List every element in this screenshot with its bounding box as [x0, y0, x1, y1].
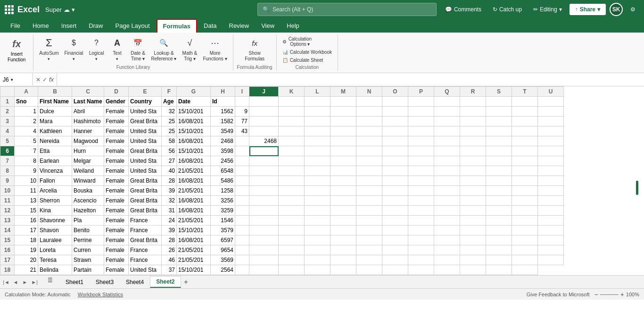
- cell-11-2[interactable]: Sherron: [38, 196, 72, 206]
- cell-reference-box[interactable]: J6 ▾: [0, 73, 33, 86]
- sheet-area[interactable]: A B C D E F G H I J K L M N O P Q: [0, 86, 644, 275]
- cell-3-16[interactable]: [408, 117, 434, 126]
- cell-17-12[interactable]: [305, 255, 330, 265]
- cell-9-15[interactable]: [382, 176, 408, 186]
- cell-17-6[interactable]: 46: [162, 255, 177, 265]
- cell-13-4[interactable]: Female: [104, 216, 129, 226]
- cell-14-15[interactable]: [382, 226, 408, 235]
- cell-14-12[interactable]: [305, 226, 330, 235]
- cell-2-21[interactable]: [538, 107, 564, 117]
- cell-16-10[interactable]: [249, 245, 279, 255]
- cell-2-9[interactable]: 9: [235, 107, 249, 117]
- cell-4-17[interactable]: [434, 126, 460, 136]
- add-sheet-button[interactable]: +: [181, 277, 191, 287]
- cell-1-16[interactable]: [408, 97, 434, 107]
- cell-1-4[interactable]: Gender: [104, 97, 129, 107]
- col-header-L[interactable]: L: [305, 87, 330, 97]
- cell-9-16[interactable]: [408, 176, 434, 186]
- cell-5-10[interactable]: 2468: [249, 136, 279, 146]
- cell-7-11[interactable]: [279, 156, 305, 166]
- cell-13-8[interactable]: 1546: [211, 216, 235, 226]
- col-header-O[interactable]: O: [382, 87, 408, 97]
- cell-18-8[interactable]: 2564: [211, 265, 235, 275]
- cell-12-15[interactable]: [382, 206, 408, 216]
- tab-file[interactable]: File: [5, 19, 26, 33]
- financial-button[interactable]: $ Financial▾: [63, 35, 85, 63]
- cell-9-8[interactable]: 5486: [211, 176, 235, 186]
- cell-13-15[interactable]: [382, 216, 408, 226]
- cell-14-16[interactable]: [408, 226, 434, 235]
- cell-6-13[interactable]: [330, 146, 356, 156]
- cell-13-9[interactable]: [235, 216, 249, 226]
- cell-13-16[interactable]: [408, 216, 434, 226]
- cell-6-3[interactable]: Hurn: [72, 146, 104, 156]
- cell-18-16[interactable]: [408, 265, 434, 275]
- cell-11-5[interactable]: Great Brita: [129, 196, 162, 206]
- cell-11-3[interactable]: Ascencio: [72, 196, 104, 206]
- cell-9-17[interactable]: [434, 176, 460, 186]
- cell-14-18[interactable]: [460, 226, 486, 235]
- cell-12-1[interactable]: 15: [15, 206, 38, 216]
- formula-input[interactable]: [57, 76, 644, 83]
- cell-6-12[interactable]: [305, 146, 330, 156]
- col-header-I[interactable]: I: [235, 87, 249, 97]
- cell-6-21[interactable]: [538, 146, 564, 156]
- col-header-S[interactable]: S: [486, 87, 512, 97]
- cell-11-21[interactable]: [538, 196, 564, 206]
- cell-16-9[interactable]: [235, 245, 249, 255]
- row-header-8[interactable]: 8: [0, 166, 15, 176]
- cell-13-17[interactable]: [434, 216, 460, 226]
- cell-8-4[interactable]: Female: [104, 166, 129, 176]
- cell-9-2[interactable]: Fallon: [38, 176, 72, 186]
- cell-17-20[interactable]: [512, 255, 538, 265]
- cell-18-1[interactable]: 21: [15, 265, 38, 275]
- calculate-sheet-button[interactable]: 📋 Calculate Sheet: [281, 57, 325, 64]
- cell-12-14[interactable]: [356, 206, 382, 216]
- cell-6-7[interactable]: 15/10/201: [177, 146, 211, 156]
- cell-7-2[interactable]: Earlean: [38, 156, 72, 166]
- cell-4-1[interactable]: 4: [15, 126, 38, 136]
- cell-18-14[interactable]: [356, 265, 382, 275]
- cell-6-17[interactable]: [434, 146, 460, 156]
- cell-4-21[interactable]: [538, 126, 564, 136]
- cell-8-10[interactable]: [249, 166, 279, 176]
- catchup-button[interactable]: ↻ Catch up: [489, 4, 526, 15]
- cell-12-18[interactable]: [460, 206, 486, 216]
- cell-17-18[interactable]: [460, 255, 486, 265]
- cell-5-4[interactable]: Female: [104, 136, 129, 146]
- cell-17-5[interactable]: France: [129, 255, 162, 265]
- cell-11-8[interactable]: 3256: [211, 196, 235, 206]
- cell-1-10[interactable]: [249, 97, 279, 107]
- cell-1-14[interactable]: [356, 97, 382, 107]
- cell-16-17[interactable]: [434, 245, 460, 255]
- math-trig-button[interactable]: √ Math &Trig ▾: [180, 35, 199, 63]
- cell-15-6[interactable]: 28: [162, 235, 177, 245]
- cell-8-9[interactable]: [235, 166, 249, 176]
- col-header-Q[interactable]: Q: [434, 87, 460, 97]
- comments-button[interactable]: 💬 Comments: [441, 4, 485, 15]
- cell-6-9[interactable]: [235, 146, 249, 156]
- cell-2-1[interactable]: 1: [15, 107, 38, 117]
- cell-8-19[interactable]: [486, 166, 512, 176]
- cell-18-9[interactable]: [235, 265, 249, 275]
- zoom-slider[interactable]: ─────: [600, 292, 619, 297]
- cell-10-15[interactable]: [382, 186, 408, 196]
- search-bar[interactable]: 🔍 Search (Alt + Q): [257, 3, 437, 16]
- cell-16-4[interactable]: Female: [104, 245, 129, 255]
- cell-15-3[interactable]: Perrine: [72, 235, 104, 245]
- chevron-down-icon[interactable]: ▾: [72, 6, 75, 13]
- cell-12-7[interactable]: 16/08/201: [177, 206, 211, 216]
- cell-5-12[interactable]: [305, 136, 330, 146]
- cell-17-16[interactable]: [408, 255, 434, 265]
- cell-1-7[interactable]: Date: [177, 97, 211, 107]
- cell-15-9[interactable]: [235, 235, 249, 245]
- cell-14-14[interactable]: [356, 226, 382, 235]
- tab-help[interactable]: Help: [281, 19, 305, 33]
- cell-10-3[interactable]: Bouska: [72, 186, 104, 196]
- lookup-reference-button[interactable]: 🔍 Lookup &Reference ▾: [149, 35, 179, 63]
- cell-4-2[interactable]: Kathleen: [38, 126, 72, 136]
- cell-4-3[interactable]: Hanner: [72, 126, 104, 136]
- cell-15-2[interactable]: Lauralee: [38, 235, 72, 245]
- row-header-6[interactable]: 6: [0, 146, 15, 156]
- cell-8-5[interactable]: United Sta: [129, 166, 162, 176]
